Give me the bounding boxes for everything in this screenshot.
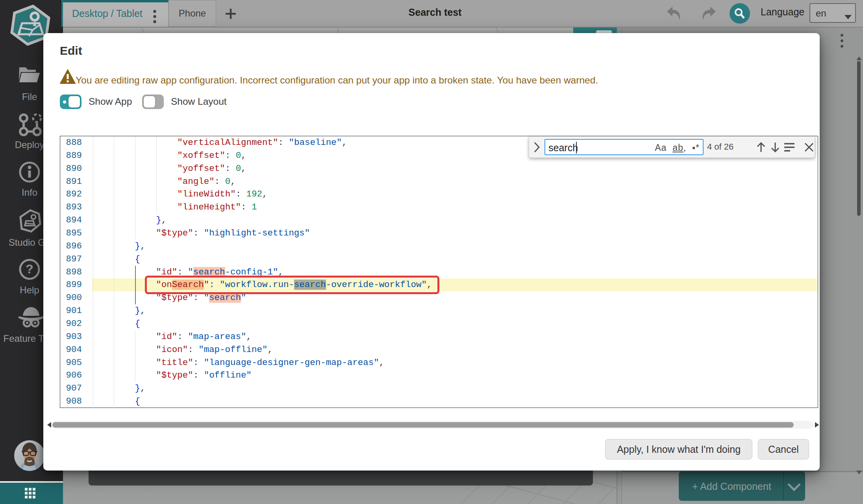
svg-text:?: ? bbox=[26, 262, 33, 276]
